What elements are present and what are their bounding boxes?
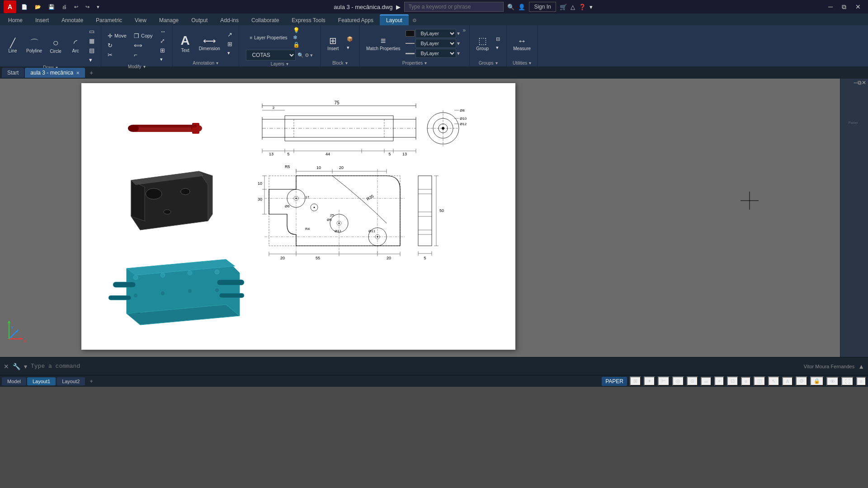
layer-on-icon[interactable]: 💡 bbox=[293, 27, 300, 33]
close-button[interactable]: ✕ bbox=[852, 2, 864, 11]
tab-featured[interactable]: Featured Apps bbox=[332, 15, 380, 25]
array-button[interactable]: ⊞ bbox=[157, 46, 169, 55]
properties-more-icon[interactable]: » bbox=[462, 27, 466, 33]
tab-home[interactable]: Home bbox=[2, 15, 29, 25]
workspace-button[interactable]: ⚙ bbox=[796, 376, 807, 386]
tab-manage[interactable]: Manage bbox=[153, 15, 185, 25]
text-button[interactable]: A Text bbox=[176, 28, 194, 59]
mirror-button[interactable]: ⟺ bbox=[131, 41, 156, 50]
gradient-button[interactable]: ▤ bbox=[86, 46, 97, 55]
isolate-button[interactable]: 👁 bbox=[826, 377, 839, 386]
cmd-settings-icon[interactable]: ▾ bbox=[24, 363, 27, 370]
tab-parametric[interactable]: Parametric bbox=[90, 15, 128, 25]
search-input[interactable] bbox=[404, 2, 504, 12]
more-draw-button[interactable]: ▾ bbox=[86, 56, 97, 64]
canvas-container[interactable]: 75 2 bbox=[0, 79, 840, 357]
model-tab[interactable]: Model bbox=[2, 377, 26, 385]
fillet-button[interactable]: ⌐ bbox=[131, 51, 156, 59]
fullscreen-button[interactable]: ⛶ bbox=[841, 377, 854, 386]
stretch-button[interactable]: ↔ bbox=[157, 27, 169, 36]
rect-button[interactable]: ▭ bbox=[86, 27, 97, 36]
cmd-close-icon[interactable]: ✕ bbox=[4, 363, 9, 370]
minimize-button[interactable]: ─ bbox=[825, 2, 836, 11]
tab-layout[interactable]: Layout bbox=[380, 14, 409, 25]
new-button[interactable]: 📄 bbox=[19, 3, 30, 11]
tab-start[interactable]: Start bbox=[2, 68, 24, 78]
leader-button[interactable]: ↗ bbox=[225, 30, 235, 39]
block-label[interactable]: Block ▾ bbox=[332, 61, 347, 66]
panel-restore-button[interactable]: ⧉ bbox=[858, 80, 862, 86]
block-more[interactable]: ▾ bbox=[344, 44, 356, 52]
save-button[interactable]: 💾 bbox=[46, 3, 57, 11]
otrack-button[interactable]: ∞ bbox=[701, 377, 712, 386]
linetype-dropdown[interactable]: ByLayer bbox=[415, 39, 456, 48]
redo-button[interactable]: ↪ bbox=[83, 3, 92, 11]
polyline-button[interactable]: ⌒ Polyline bbox=[24, 30, 45, 61]
paper-mode-button[interactable]: PAPER bbox=[602, 377, 627, 386]
arc-button[interactable]: ◜ Arc bbox=[66, 30, 85, 61]
snap-button[interactable]: ✦ bbox=[644, 376, 655, 386]
linetype-expand-icon[interactable]: ▾ bbox=[457, 40, 460, 47]
layer-search-icon[interactable]: 🔍 bbox=[297, 52, 304, 58]
ducs-button[interactable]: ⌖ bbox=[714, 376, 724, 386]
table-button[interactable]: ⊞ bbox=[225, 40, 235, 48]
create-block-button[interactable]: 📦 bbox=[344, 35, 356, 43]
qat-more-button[interactable]: ▾ bbox=[94, 3, 102, 11]
circle-button[interactable]: ○ Circle bbox=[47, 30, 65, 61]
lock-button[interactable]: 🔒 bbox=[810, 376, 824, 386]
tab-customize[interactable]: ⚙ bbox=[410, 16, 419, 25]
tab-add-button[interactable]: + bbox=[86, 67, 97, 78]
command-input[interactable] bbox=[31, 363, 791, 370]
tab-annotate[interactable]: Annotate bbox=[55, 15, 90, 25]
plot-button[interactable]: 🖨 bbox=[60, 3, 69, 10]
tab-output[interactable]: Output bbox=[185, 15, 214, 25]
color-dropdown[interactable]: ByLayer bbox=[415, 29, 456, 38]
rotate-button[interactable]: ↻ bbox=[105, 41, 129, 50]
cmd-scroll-up[interactable]: ▲ bbox=[858, 363, 864, 370]
annotate-status-button[interactable]: A bbox=[782, 377, 793, 386]
tab-close-icon[interactable]: ✕ bbox=[76, 70, 80, 75]
color-swatch[interactable] bbox=[406, 30, 415, 37]
groups-more[interactable]: ▾ bbox=[493, 44, 503, 52]
copy-button[interactable]: ❒ Copy bbox=[131, 32, 156, 40]
transparency-button[interactable]: ◫ bbox=[754, 376, 765, 386]
lineweight-button[interactable]: ≡ bbox=[741, 377, 751, 386]
layers-label[interactable]: Layers ▾ bbox=[271, 61, 288, 66]
tab-insert[interactable]: Insert bbox=[29, 15, 55, 25]
scale-button[interactable]: ⤢ bbox=[157, 37, 169, 45]
restore-button[interactable]: ⧉ bbox=[838, 2, 850, 12]
annotation-more[interactable]: ▾ bbox=[225, 49, 235, 57]
layout2-tab[interactable]: Layout2 bbox=[57, 377, 85, 385]
add-layout-button[interactable]: + bbox=[86, 376, 97, 386]
modify-label[interactable]: Modify ▾ bbox=[128, 64, 145, 69]
undo-button[interactable]: ↩ bbox=[72, 3, 80, 11]
line-button[interactable]: ╱ Line bbox=[4, 30, 22, 61]
customize-button[interactable]: ≡ bbox=[856, 377, 866, 386]
trim-button[interactable]: ✂ bbox=[105, 51, 129, 59]
select-button[interactable]: ↖ bbox=[768, 376, 779, 386]
layer-dropdown[interactable]: COTAS bbox=[246, 50, 296, 61]
insert-block-button[interactable]: ⊞ Insert bbox=[324, 28, 342, 59]
panel-close-button[interactable]: ✕ bbox=[862, 80, 866, 86]
lineweight-dropdown[interactable]: ByLayer bbox=[415, 49, 456, 58]
tab-drawing[interactable]: aula 3 - mecânica ✕ bbox=[25, 68, 85, 78]
open-button[interactable]: 📂 bbox=[33, 3, 43, 11]
layer-properties-button[interactable]: ≡ Layer Properties bbox=[246, 33, 291, 42]
group-button[interactable]: ⬚ Group bbox=[473, 28, 491, 59]
groups-label[interactable]: Groups ▾ bbox=[479, 61, 498, 66]
osnap-button[interactable]: ⊙ bbox=[687, 376, 698, 386]
layer-lock-icon[interactable]: 🔒 bbox=[293, 42, 300, 48]
modify-more[interactable]: ▾ bbox=[157, 56, 169, 63]
ortho-button[interactable]: ⊢ bbox=[658, 376, 670, 386]
tab-collaborate[interactable]: Collaborate bbox=[245, 15, 285, 25]
properties-label[interactable]: Properties ▾ bbox=[402, 61, 427, 66]
layer-more-icon[interactable]: ▾ bbox=[310, 52, 313, 58]
cmd-wrench-icon[interactable]: 🔧 bbox=[13, 363, 20, 370]
utilities-label[interactable]: Utilities ▾ bbox=[513, 61, 531, 66]
hatch-button[interactable]: ▦ bbox=[86, 37, 97, 45]
tab-add-ins[interactable]: Add-ins bbox=[214, 15, 245, 25]
polar-button[interactable]: ◎ bbox=[672, 376, 684, 386]
lineweight-expand-icon[interactable]: ▾ bbox=[457, 50, 460, 56]
color-expand-icon[interactable]: ▾ bbox=[457, 30, 460, 37]
measure-button[interactable]: ↔ Measure bbox=[510, 28, 533, 59]
